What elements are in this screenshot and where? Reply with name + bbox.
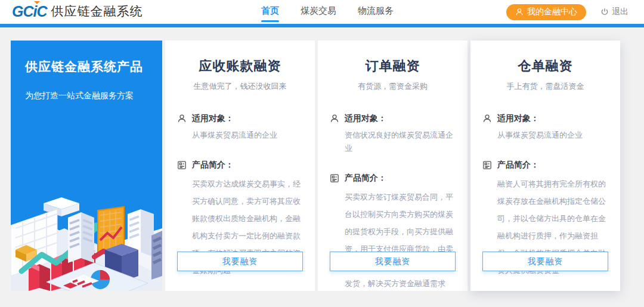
nav-item-coal-trade[interactable]: 煤炭交易 xyxy=(301,0,336,24)
apply-financing-button[interactable]: 我要融资 xyxy=(330,252,456,271)
logo-accent-icon xyxy=(34,1,40,4)
target-label: 适用对象： xyxy=(192,113,234,124)
promo-subtitle: 为您打造一站式金融服务方案 xyxy=(25,91,148,101)
target-value: 从事煤炭贸易流通的企业 xyxy=(497,129,608,142)
product-subtitle: 手上有货，需盘活资金 xyxy=(470,81,620,92)
my-finance-center-button[interactable]: 我的金融中心 xyxy=(506,4,586,20)
product-title: 订单融资 xyxy=(318,41,467,75)
target-value: 从事煤炭贸易流通的企业 xyxy=(192,129,303,142)
user-icon xyxy=(515,8,524,16)
intro-label: 产品简介： xyxy=(497,160,539,170)
product-subtitle: 有货源，需资金采购 xyxy=(318,81,467,92)
app-logo[interactable]: GCiC 供应链金融系统 xyxy=(12,3,143,20)
header-actions: 我的金融中心 退出 xyxy=(506,0,628,24)
product-card-warehouse: 仓单融资 手上有货，需盘活资金 适用对象： 从事煤炭贸易流通的企业 产品简介： xyxy=(470,41,620,291)
person-icon xyxy=(330,114,339,123)
document-icon xyxy=(177,160,187,170)
main-nav: 首页 煤炭交易 物流服务 xyxy=(261,0,394,24)
app-title: 供应链金融系统 xyxy=(51,3,143,20)
promo-card: 供应链金融系统产品 为您打造一站式金融服务方案 xyxy=(11,41,162,291)
target-label: 适用对象： xyxy=(497,113,539,124)
product-subtitle: 生意做完了，钱还没收回来 xyxy=(165,81,315,92)
logo-wordmark: GCiC xyxy=(12,3,47,20)
apply-financing-button[interactable]: 我要融资 xyxy=(482,252,608,271)
promo-title: 供应链金融系统产品 xyxy=(25,58,148,75)
logout-button[interactable]: 退出 xyxy=(600,7,628,17)
product-card-order: 订单融资 有货源，需资金采购 适用对象： 资信状况良好的煤炭贸易流通企业 产品简… xyxy=(318,41,467,291)
finance-city-illustration xyxy=(11,193,162,291)
document-icon xyxy=(482,160,492,170)
power-icon xyxy=(600,8,609,16)
intro-label: 产品简介： xyxy=(345,173,386,184)
target-label: 适用对象： xyxy=(345,113,386,124)
nav-item-logistics[interactable]: 物流服务 xyxy=(358,0,394,24)
document-icon xyxy=(330,173,339,183)
product-card-receivables: 应收账款融资 生意做完了，钱还没收回来 适用对象： 从事煤炭贸易流通的企业 产品… xyxy=(165,41,315,291)
apply-financing-button[interactable]: 我要融资 xyxy=(177,252,303,271)
target-value: 资信状况良好的煤炭贸易流通企业 xyxy=(345,129,456,155)
main-content: 供应链金融系统产品 为您打造一站式金融服务方案 xyxy=(0,27,644,291)
top-header: GCiC 供应链金融系统 首页 煤炭交易 物流服务 我的金融中心 退出 xyxy=(0,0,644,24)
product-title: 仓单融资 xyxy=(470,41,620,75)
person-icon xyxy=(177,114,187,123)
nav-item-home[interactable]: 首页 xyxy=(261,0,279,24)
product-title: 应收账款融资 xyxy=(165,41,315,75)
intro-label: 产品简介： xyxy=(192,160,234,170)
intro-text: 买卖双方签订煤炭贸易合同，平台以控制买方向卖方购买的煤炭的提货权为手段，向买方提… xyxy=(345,188,456,292)
person-icon xyxy=(482,114,492,123)
